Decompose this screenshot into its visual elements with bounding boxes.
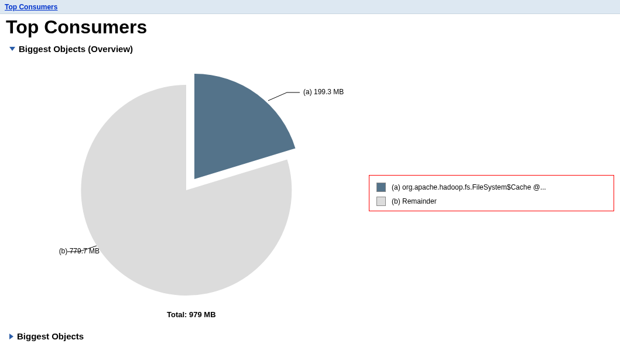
chevron-right-icon [9, 334, 13, 339]
legend-label-b: (b) Remainder [392, 197, 437, 205]
legend-swatch-a [376, 183, 386, 192]
page-title: Top Consumers [6, 16, 614, 38]
legend-item-a: (a) org.apache.hadoop.fs.FileSystem$Cach… [376, 180, 607, 194]
chart-total-label: Total: 979 MB [167, 310, 216, 319]
callout-label-b: (b) 779.7 MB [41, 247, 100, 255]
chart-row: (a) 199.3 MB (b) 779.7 MB Total: 979 MB … [6, 59, 614, 328]
legend-swatch-b [376, 197, 386, 206]
pie-chart-svg [41, 59, 357, 328]
callout-line-a [268, 92, 287, 101]
chevron-down-icon [9, 47, 15, 51]
main-content: Top Consumers Biggest Objects (Overview) [0, 16, 620, 352]
section-header-biggest[interactable]: Biggest Objects [9, 331, 614, 341]
pie-chart: (a) 199.3 MB (b) 779.7 MB Total: 979 MB [41, 59, 357, 328]
section-title-overview: Biggest Objects (Overview) [19, 44, 133, 54]
legend-item-b: (b) Remainder [376, 194, 607, 208]
legend-label-a: (a) org.apache.hadoop.fs.FileSystem$Cach… [392, 183, 546, 191]
section-header-overview[interactable]: Biggest Objects (Overview) [9, 44, 614, 54]
breadcrumb-link-top-consumers[interactable]: Top Consumers [5, 3, 57, 11]
section-title-biggest: Biggest Objects [17, 331, 84, 341]
callout-label-a: (a) 199.3 MB [303, 88, 344, 96]
legend-box: (a) org.apache.hadoop.fs.FileSystem$Cach… [369, 175, 614, 211]
breadcrumb-bar: Top Consumers [0, 0, 620, 14]
